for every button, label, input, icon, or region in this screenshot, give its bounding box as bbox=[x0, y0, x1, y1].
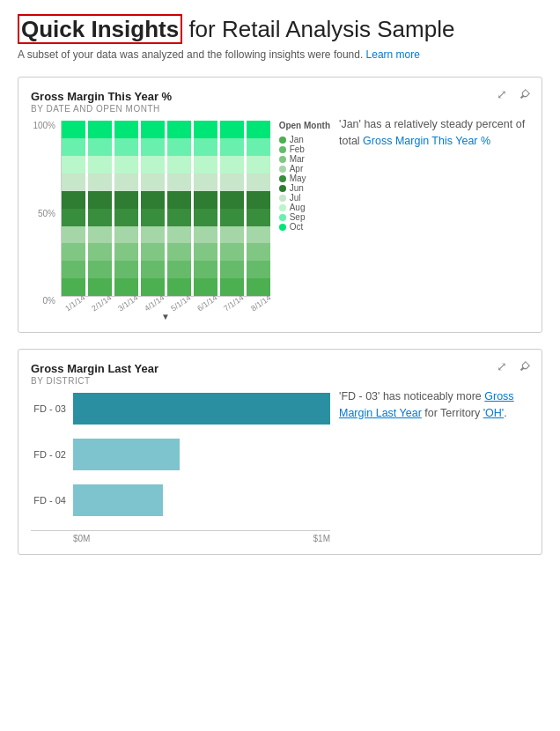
chart1-segment-4-5 bbox=[167, 191, 191, 209]
chart1-segment-6-3 bbox=[220, 226, 244, 244]
legend-dot-2 bbox=[279, 156, 286, 163]
chart1-segment-5-5 bbox=[194, 191, 217, 209]
chart1-segment-7-7 bbox=[247, 156, 270, 174]
chart1-segment-1-2 bbox=[88, 243, 112, 261]
chart1-col-7 bbox=[247, 121, 270, 296]
chart1-segment-0-7 bbox=[62, 156, 85, 174]
chart1-segment-2-6 bbox=[114, 174, 138, 191]
chart1-segment-6-7 bbox=[220, 156, 244, 174]
chart1-segment-7-3 bbox=[247, 226, 270, 244]
learn-more-link[interactable]: Learn more bbox=[366, 48, 420, 61]
chart1-segment-3-9 bbox=[141, 121, 165, 138]
chart1-xaxis: 1/1/142/1/143/1/144/1/145/1/146/1/147/1/… bbox=[61, 299, 270, 308]
chart1-segment-0-2 bbox=[62, 243, 85, 261]
card2-pin-icon[interactable] bbox=[517, 358, 533, 374]
chart1-segment-0-1 bbox=[62, 261, 85, 278]
page-subtitle: A subset of your data was analyzed and t… bbox=[18, 48, 542, 61]
legend-dot-6 bbox=[279, 195, 286, 202]
chart1-segment-3-8 bbox=[141, 138, 165, 156]
chart1-col-0 bbox=[62, 121, 85, 296]
chart1-segment-6-9 bbox=[220, 121, 244, 138]
yaxis-0: 0% bbox=[43, 296, 55, 306]
title-highlight: Quick Insights bbox=[18, 14, 182, 44]
chart2-bar-bg-2 bbox=[73, 484, 330, 516]
chart1-segment-2-1 bbox=[114, 261, 138, 278]
card1-insight-highlight: Gross Margin This Year % bbox=[363, 135, 490, 147]
legend-label-7: Aug bbox=[290, 203, 306, 212]
chart1-area: Gross Margin This Year % BY DATE AND OPE… bbox=[31, 90, 330, 321]
chart1-bars bbox=[61, 121, 270, 297]
legend-label-2: Mar bbox=[290, 154, 305, 164]
chart1-segment-3-3 bbox=[141, 226, 165, 244]
legend-label-5: Jun bbox=[290, 183, 304, 193]
chart1-col-5 bbox=[194, 121, 217, 296]
chart1-segment-4-6 bbox=[167, 174, 191, 191]
chart1-segment-1-9 bbox=[88, 121, 112, 138]
chart1-segment-2-8 bbox=[114, 138, 138, 156]
chart1-segment-4-9 bbox=[167, 121, 191, 138]
chart2-bar-fill-2 bbox=[73, 484, 163, 516]
legend-label-3: Apr bbox=[290, 164, 304, 174]
chart1-col-4 bbox=[167, 121, 191, 296]
legend-item-5: Jun bbox=[279, 183, 330, 193]
yaxis-100: 100% bbox=[33, 121, 55, 130]
pin-icon[interactable] bbox=[517, 86, 533, 102]
chart2-bar-fill-0 bbox=[73, 393, 330, 425]
insight-card-1: ⤢ Gross Margin This Year % BY DATE AND O… bbox=[18, 77, 542, 333]
chart1-segment-4-8 bbox=[167, 138, 191, 156]
legend-label-0: Jan bbox=[290, 135, 304, 144]
chart1-segment-6-2 bbox=[220, 243, 244, 261]
card2-territory-link[interactable]: 'OH' bbox=[483, 407, 505, 419]
legend-label-4: May bbox=[290, 174, 306, 183]
chart1-segment-3-7 bbox=[141, 156, 165, 174]
chart1-subtitle: BY DATE AND OPEN MONTH bbox=[31, 104, 330, 114]
legend-item-7: Aug bbox=[279, 203, 330, 212]
chart1-segment-4-1 bbox=[167, 261, 191, 278]
chart1-segment-4-3 bbox=[167, 226, 191, 244]
card1-actions: ⤢ bbox=[494, 86, 533, 102]
chart2-title: Gross Margin Last Year bbox=[31, 362, 330, 375]
chart2-bar-bg-0 bbox=[73, 393, 330, 425]
expand-icon[interactable]: ⤢ bbox=[494, 86, 510, 102]
card2-insight-prefix: 'FD - 03' has noticeably more bbox=[339, 390, 484, 402]
chart1-segment-5-1 bbox=[194, 261, 217, 278]
chart1-segment-7-1 bbox=[247, 261, 270, 278]
card2-expand-icon[interactable]: ⤢ bbox=[494, 358, 510, 374]
page-container: Quick Insights for Retail Analysis Sampl… bbox=[0, 0, 560, 587]
legend-dot-9 bbox=[279, 224, 286, 231]
chart1-segment-6-8 bbox=[220, 138, 244, 156]
chart1-segment-1-8 bbox=[88, 138, 112, 156]
card2-insight-suffix: for Territory 'OH'. bbox=[422, 407, 507, 419]
chart1-segment-6-1 bbox=[220, 261, 244, 278]
chart1-segment-2-2 bbox=[114, 243, 138, 261]
legend-header: Open Month bbox=[279, 121, 330, 130]
chart2-bar-bg-1 bbox=[73, 439, 330, 470]
chart1-main: 1/1/142/1/143/1/144/1/145/1/146/1/147/1/… bbox=[61, 121, 270, 321]
chart1-col-1 bbox=[88, 121, 112, 296]
dropdown-arrow[interactable]: ▼ bbox=[61, 312, 270, 321]
chart1-segment-2-5 bbox=[114, 191, 138, 209]
chart1-segment-2-7 bbox=[114, 156, 138, 174]
card2-content: Gross Margin Last Year BY DISTRICT FD - … bbox=[31, 362, 531, 543]
legend-item-6: Jul bbox=[279, 193, 330, 203]
chart2-label-0: FD - 03 bbox=[31, 403, 66, 414]
legend-items: JanFebMarAprMayJunJulAugSepOct bbox=[279, 135, 330, 232]
legend-item-9: Oct bbox=[279, 222, 330, 232]
page-title: Quick Insights for Retail Analysis Sampl… bbox=[18, 16, 542, 43]
chart1-segment-0-9 bbox=[62, 121, 85, 138]
chart1-segment-7-4 bbox=[247, 209, 270, 226]
chart1-segment-3-4 bbox=[141, 209, 165, 226]
chart1-col-2 bbox=[114, 121, 138, 296]
card1-content: Gross Margin This Year % BY DATE AND OPE… bbox=[31, 90, 531, 321]
chart1-segment-3-2 bbox=[141, 243, 165, 261]
chart2-label-1: FD - 02 bbox=[31, 449, 66, 460]
chart2-bars-wrapper: FD - 03FD - 02FD - 04 bbox=[31, 393, 330, 516]
legend-dot-8 bbox=[279, 214, 286, 221]
chart1-segment-0-4 bbox=[62, 209, 85, 226]
chart1-segment-1-5 bbox=[88, 191, 112, 209]
legend-item-8: Sep bbox=[279, 212, 330, 222]
chart2-bar-row-1: FD - 02 bbox=[31, 439, 330, 470]
chart1-segment-5-2 bbox=[194, 243, 217, 261]
chart1-segment-7-9 bbox=[247, 121, 270, 138]
chart2-bar-row-0: FD - 03 bbox=[31, 393, 330, 425]
